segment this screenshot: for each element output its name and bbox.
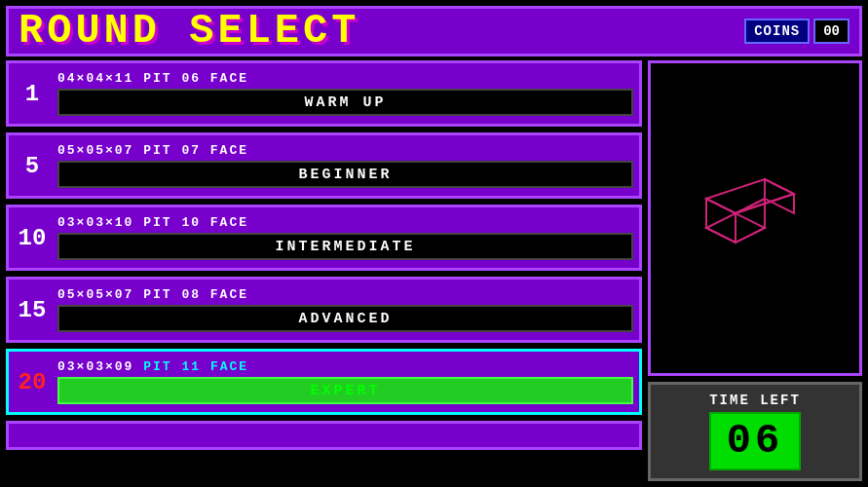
round-item-15[interactable]: 15 05×05×07 PIT 08 FACE ADVANCED (6, 277, 642, 343)
round-name-1: WARM UP (304, 94, 386, 111)
round-name-15: ADVANCED (298, 311, 392, 327)
round-number-20: 20 (15, 369, 50, 395)
coins-value: 00 (813, 19, 849, 44)
round-info-10: 03×03×10 PIT 10 FACE INTERMEDIATE (57, 215, 633, 260)
round-name-box-1: WARM UP (57, 89, 633, 116)
time-label: TIME LEFT (662, 393, 848, 408)
round-item-1[interactable]: 1 04×04×11 PIT 06 FACE WARM UP (6, 60, 642, 127)
page-title: ROUND SELECT (19, 8, 744, 55)
round-name-box-15: ADVANCED (57, 305, 633, 332)
preview-box (648, 60, 862, 376)
round-info-1: 04×04×11 PIT 06 FACE WARM UP (57, 71, 633, 116)
round-number-15: 15 (15, 297, 50, 323)
round-specs-5: 05×05×07 PIT 07 FACE (57, 143, 633, 158)
specs-plain: 03×03×09 (57, 359, 133, 374)
round-name-10: INTERMEDIATE (275, 239, 415, 255)
specs-pit-num: 11 (181, 359, 201, 374)
main-content: 1 04×04×11 PIT 06 FACE WARM UP 5 05×05×0… (0, 60, 868, 487)
time-value: 06 (709, 412, 801, 470)
round-specs-1: 04×04×11 PIT 06 FACE (57, 71, 633, 86)
round-specs-10: 03×03×10 PIT 10 FACE (57, 215, 633, 230)
screen: ROUND SELECT COINS 00 1 04×04×11 PIT 06 … (0, 0, 868, 487)
round-number-10: 10 (15, 225, 50, 251)
round-name-box-5: BEGINNER (57, 161, 633, 188)
round-item-extra (6, 421, 642, 450)
shape-preview (687, 160, 823, 277)
round-item-10[interactable]: 10 03×03×10 PIT 10 FACE INTERMEDIATE (6, 205, 642, 271)
coins-label: COINS (744, 19, 810, 44)
rounds-panel: 1 04×04×11 PIT 06 FACE WARM UP 5 05×05×0… (6, 60, 648, 481)
round-specs-15: 05×05×07 PIT 08 FACE (57, 287, 633, 302)
round-name-box-20: EXPERT (57, 377, 633, 404)
round-item-20[interactable]: 20 03×03×09 PIT 11 FACE EXPERT (6, 349, 642, 415)
header: ROUND SELECT COINS 00 (6, 6, 862, 56)
round-info-5: 05×05×07 PIT 07 FACE BEGINNER (57, 143, 633, 188)
round-name-20: EXPERT (310, 383, 380, 399)
coins-area: COINS 00 (744, 19, 849, 44)
specs-pit-label: PIT (143, 359, 181, 374)
round-specs-20: 03×03×09 PIT 11 FACE (57, 359, 633, 374)
round-name-box-10: INTERMEDIATE (57, 233, 633, 260)
round-info-20: 03×03×09 PIT 11 FACE EXPERT (57, 359, 633, 404)
round-info-15: 05×05×07 PIT 08 FACE ADVANCED (57, 287, 633, 332)
round-name-5: BEGINNER (298, 167, 392, 183)
round-number-5: 5 (15, 153, 50, 179)
round-number-1: 1 (15, 81, 50, 107)
time-box: TIME LEFT 06 (648, 382, 862, 481)
specs-face-label: FACE (210, 359, 248, 374)
round-item-5[interactable]: 5 05×05×07 PIT 07 FACE BEGINNER (6, 132, 642, 199)
right-panel: TIME LEFT 06 (648, 60, 862, 481)
